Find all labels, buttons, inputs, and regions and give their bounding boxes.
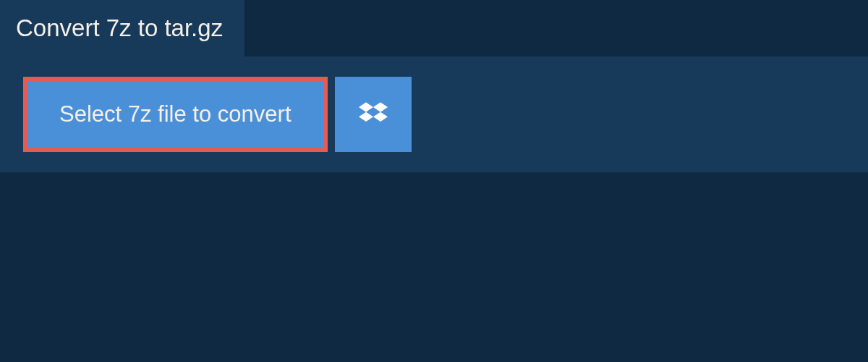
select-file-button[interactable]: Select 7z file to convert [23, 77, 328, 152]
page-title: Convert 7z to tar.gz [0, 0, 244, 56]
upload-panel: Select 7z file to convert [0, 56, 868, 172]
dropbox-button[interactable] [335, 77, 412, 152]
button-row: Select 7z file to convert [23, 77, 848, 152]
dropbox-icon [359, 100, 388, 129]
